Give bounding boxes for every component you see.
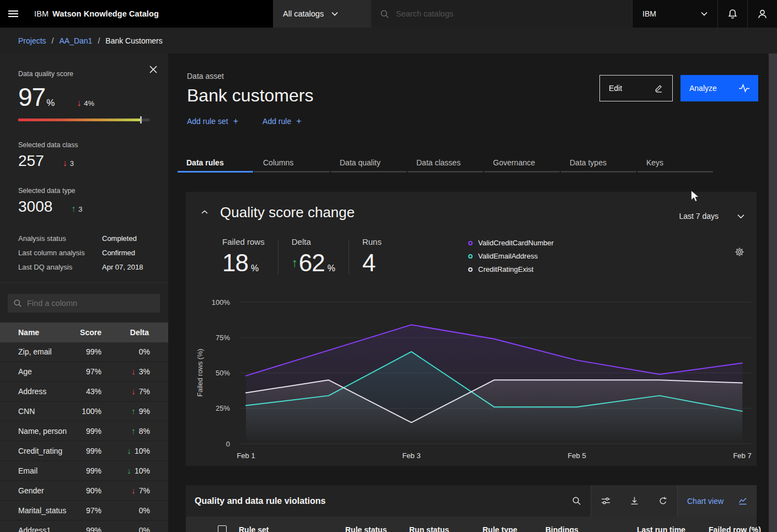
tab-data-classes[interactable]: Data classes xyxy=(408,154,483,173)
row-delta-value: 0% xyxy=(139,526,150,532)
stat-value: 18 xyxy=(222,249,248,277)
add-rule-set-link[interactable]: Add rule set + xyxy=(187,116,238,126)
restart-icon xyxy=(658,496,668,506)
tab-columns[interactable]: Columns xyxy=(254,154,330,173)
user-menu-button[interactable] xyxy=(747,0,777,28)
analyze-button[interactable]: Analyze xyxy=(680,75,758,101)
table-row[interactable]: CNN100%↑9% xyxy=(0,402,168,421)
data-type-value-row: 3008 ↑ 3 xyxy=(18,198,168,216)
catalog-selector[interactable]: All catalogs xyxy=(273,0,371,28)
row-score: 97% xyxy=(68,506,101,515)
table-row[interactable]: Marital_status97%0% xyxy=(0,501,168,520)
stat-value: 62 xyxy=(299,249,325,277)
row-name: CNN xyxy=(18,407,68,416)
analysis-status-list: Analysis statusCompletedLast column anal… xyxy=(18,234,150,271)
table-row[interactable]: Age97%↓3% xyxy=(0,362,168,381)
analysis-value: Completed xyxy=(102,234,150,243)
table-row[interactable]: Address43%↓7% xyxy=(0,382,168,401)
row-name: Age xyxy=(18,367,68,376)
data-type-delta: ↑ 3 xyxy=(71,205,82,213)
legend-label: CreditRatingExist xyxy=(478,265,533,273)
row-delta: ↓10% xyxy=(101,466,150,475)
tab-keys[interactable]: Keys xyxy=(637,154,713,173)
table-row[interactable]: Gender90%↓7% xyxy=(0,481,168,500)
app-brand: IBM Watson Knowledge Catalog xyxy=(26,0,159,28)
chart-view-toggle[interactable]: Chart view xyxy=(677,485,757,517)
violations-title: Quality and data rule violations xyxy=(186,496,325,506)
table-search-button[interactable] xyxy=(562,485,591,517)
scrollbar[interactable] xyxy=(769,53,777,532)
filter-button[interactable] xyxy=(591,485,620,517)
global-search xyxy=(371,0,632,28)
table-row[interactable]: Name, person99%↑8% xyxy=(0,422,168,440)
breadcrumb-link-projects[interactable]: Projects xyxy=(18,36,46,45)
breadcrumb: Projects / AA_Dan1 / Bank Customers xyxy=(0,28,777,53)
row-delta-value: 0% xyxy=(139,506,150,515)
legend-dot-icon xyxy=(468,241,473,245)
svg-text:Feb 1: Feb 1 xyxy=(237,452,255,460)
legend-item[interactable]: CreditRatingExist xyxy=(468,265,554,273)
breadcrumb-current: Bank Customers xyxy=(105,36,162,45)
legend-item[interactable]: ValidEmailAddress xyxy=(468,252,554,260)
menu-button[interactable] xyxy=(0,0,26,28)
svg-text:75%: 75% xyxy=(216,334,230,342)
violations-header-row: Quality and data rule violations xyxy=(186,485,757,517)
violations-col-rule-type: Rule type xyxy=(483,525,545,532)
violations-col-bindings: Bindings xyxy=(545,525,637,532)
row-name: Credit_rating xyxy=(18,447,68,455)
download-button[interactable] xyxy=(620,485,649,517)
settings-adjust-icon xyxy=(601,496,610,506)
row-score: 97% xyxy=(68,367,101,376)
date-range-selector[interactable]: Last 7 days xyxy=(679,212,744,221)
tab-governance[interactable]: Governance xyxy=(484,154,560,173)
plus-icon: + xyxy=(296,116,301,126)
row-delta: ↓10% xyxy=(101,447,150,455)
stat-label: Failed rows xyxy=(222,237,265,246)
chevron-down-icon xyxy=(737,214,744,219)
row-name: Address xyxy=(18,387,68,396)
tab-data-types[interactable]: Data types xyxy=(561,154,636,173)
chart-settings-button[interactable] xyxy=(735,247,744,257)
tab-data-rules[interactable]: Data rules xyxy=(178,154,253,173)
account-selector[interactable]: IBM xyxy=(632,0,717,28)
asset-header: Data asset Bank customers Add rule set +… xyxy=(187,72,313,126)
refresh-button[interactable] xyxy=(649,485,677,517)
row-delta-value: 10% xyxy=(135,466,150,475)
edit-button[interactable]: Edit xyxy=(599,75,673,101)
table-row[interactable]: Zip, email99%0% xyxy=(0,342,168,361)
breadcrumb-link-project[interactable]: AA_Dan1 xyxy=(59,36,92,45)
arrow-down-icon: ↓ xyxy=(127,466,131,475)
row-delta-value: 3% xyxy=(139,367,150,376)
quality-score-value: 97 xyxy=(18,82,45,112)
stat-divider xyxy=(349,240,349,275)
row-score: 99% xyxy=(68,447,101,455)
add-rule-link[interactable]: Add rule + xyxy=(262,116,302,126)
breadcrumb-separator: / xyxy=(98,36,100,45)
arrow-down-icon: ↓ xyxy=(131,387,136,395)
legend-label: ValidCreditCardNumber xyxy=(478,239,554,247)
violations-table-header: Rule set Rule status Run status Rule typ… xyxy=(186,517,757,532)
violations-col-last-run-time: Last run time xyxy=(637,525,709,532)
data-type-value: 3008 xyxy=(18,198,52,216)
data-type-label: Selected data type xyxy=(18,187,168,195)
legend-item[interactable]: ValidCreditCardNumber xyxy=(468,239,554,247)
data-class-delta-value: 3 xyxy=(70,159,74,168)
table-row[interactable]: Credit_rating99%↓10% xyxy=(0,442,168,460)
table-row[interactable]: Address199%0% xyxy=(0,521,168,532)
svg-text:Feb 7: Feb 7 xyxy=(733,452,751,460)
select-all-checkbox[interactable] xyxy=(218,525,227,532)
breadcrumb-separator: / xyxy=(52,36,54,45)
close-sidebar-button[interactable] xyxy=(148,65,158,74)
analysis-key: Analysis status xyxy=(18,234,102,243)
columns-table-body: Zip, email99%0%Age97%↓3%Address43%↓7%CNN… xyxy=(0,342,168,532)
tab-data-quality[interactable]: Data quality xyxy=(331,154,406,173)
table-row[interactable]: Email99%↓10% xyxy=(0,461,168,480)
search-input[interactable] xyxy=(396,9,623,18)
notifications-button[interactable] xyxy=(717,0,747,28)
find-column-input[interactable] xyxy=(27,299,154,308)
quality-score-gauge-marker xyxy=(140,116,142,123)
row-score: 99% xyxy=(68,427,101,436)
column-header-delta: Delta xyxy=(101,328,150,337)
collapse-section-button[interactable] xyxy=(201,210,208,214)
row-score: 99% xyxy=(68,466,101,475)
